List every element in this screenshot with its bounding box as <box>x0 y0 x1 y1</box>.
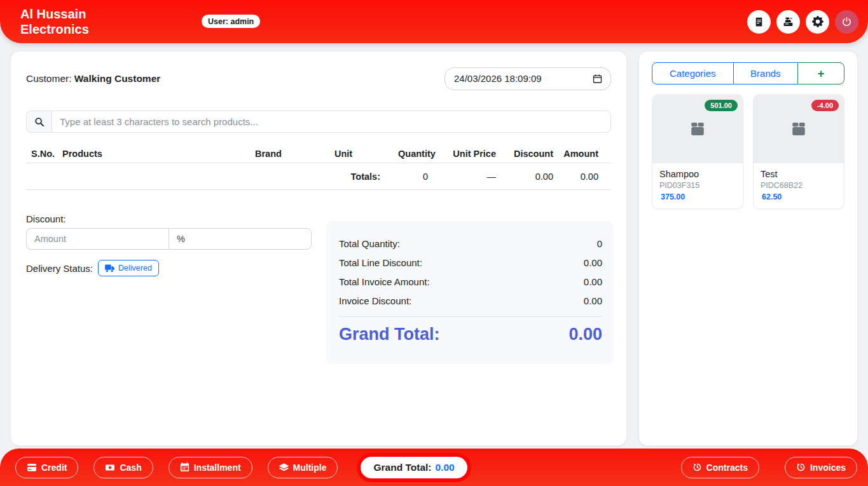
tab-brands[interactable]: Brands <box>733 62 799 84</box>
product-info: Test PIDC68B22 62.50 <box>754 163 844 208</box>
product-image-area: -4.00 <box>754 95 844 163</box>
search-icon <box>34 117 45 127</box>
calendar-icon <box>180 462 189 472</box>
grand-total-row: Grand Total: 0.00 <box>339 325 602 344</box>
discount-percent-input[interactable] <box>169 228 312 250</box>
stock-badge: 501.00 <box>705 100 738 111</box>
history-icon <box>796 462 806 472</box>
total-invoice-amount-value: 0.00 <box>584 276 602 287</box>
catalog-panel: Categories Brands + 501.00 Sha <box>638 51 858 446</box>
grand-total-value: 0.00 <box>568 325 602 344</box>
history-icon <box>692 462 702 472</box>
totals-unit-price: — <box>433 172 501 182</box>
invoices-button[interactable]: Invoices <box>785 457 857 478</box>
product-search-input[interactable] <box>52 111 611 133</box>
credit-button[interactable]: Credit <box>15 457 78 478</box>
total-invoice-amount-label: Total Invoice Amount: <box>339 276 430 287</box>
summary-row: Total Quantity: 0 <box>339 234 602 253</box>
col-sno: S.No. <box>26 149 57 159</box>
calendar-picker-icon[interactable] <box>593 74 602 84</box>
customer-label: Customer: <box>26 73 72 84</box>
cash-register-button[interactable] <box>776 10 800 34</box>
footer-grand-total-value: 0.00 <box>435 462 454 473</box>
invoice-summary: Total Quantity: 0 Total Line Discount: 0… <box>326 221 614 364</box>
credit-card-icon <box>27 463 37 472</box>
product-card-test[interactable]: -4.00 Test PIDC68B22 62.50 <box>753 94 844 209</box>
invoice-datetime-input[interactable] <box>444 67 611 90</box>
settings-gear-icon <box>812 16 823 27</box>
product-price: 375.00 <box>659 192 736 201</box>
summary-row: Total Invoice Amount: 0.00 <box>339 272 602 291</box>
receipt-button[interactable] <box>747 10 771 34</box>
main-content: Customer: Walking Customer <box>10 51 858 446</box>
col-quantity: Quantity <box>393 149 433 159</box>
totals-quantity: 0 <box>393 172 433 182</box>
col-brand: Brand <box>250 149 329 159</box>
installment-button[interactable]: Installment <box>169 457 252 478</box>
summary-row: Total Line Discount: 0.00 <box>339 253 602 272</box>
col-products: Products <box>57 149 250 159</box>
summary-divider <box>339 316 602 317</box>
customer-row: Customer: Walking Customer <box>26 67 611 90</box>
invoices-button-label: Invoices <box>810 462 846 473</box>
totals-label: Totals: <box>329 172 393 182</box>
product-info: Shampoo PID03F315 375.00 <box>652 163 743 208</box>
action-footer: Credit Cash Installment <box>0 449 868 486</box>
totals-row: Totals: 0 — 0.00 0.00 <box>26 163 611 190</box>
col-discount: Discount <box>501 149 558 159</box>
catalog-tab-group: Categories Brands + <box>652 62 844 84</box>
box-icon <box>688 119 707 138</box>
history-button-group: Contracts Invoices <box>681 457 857 478</box>
customer-name: Walking Customer <box>74 73 161 84</box>
total-line-discount-value: 0.00 <box>584 257 602 268</box>
footer-grand-total-label: Grand Total: <box>373 462 431 473</box>
receipt-icon <box>754 17 764 27</box>
contracts-button-label: Contracts <box>706 462 748 473</box>
cash-button[interactable]: Cash <box>93 457 153 478</box>
user-badge: User: admin <box>202 15 260 28</box>
product-card-shampoo[interactable]: 501.00 Shampoo PID03F315 375.00 <box>652 94 743 209</box>
product-pid: PIDC68B22 <box>761 181 837 190</box>
installment-button-label: Installment <box>194 462 241 473</box>
invoice-date-wrap <box>444 67 611 90</box>
search-addon <box>26 111 52 133</box>
credit-button-label: Credit <box>41 462 67 473</box>
products-table: S.No. Products Brand Unit Quantity Unit … <box>26 145 611 190</box>
layers-icon <box>279 462 289 472</box>
grand-total-label: Grand Total: <box>339 325 440 344</box>
tab-categories[interactable]: Categories <box>652 62 734 84</box>
truck-icon <box>105 264 114 273</box>
invoice-discount-value: 0.00 <box>584 295 602 306</box>
totals-amount: 0.00 <box>558 172 611 182</box>
total-quantity-label: Total Quantity: <box>339 238 400 249</box>
col-amount: Amount <box>558 149 611 159</box>
cash-register-icon <box>783 17 794 27</box>
stock-badge: -4.00 <box>811 100 839 111</box>
multiple-button[interactable]: Multiple <box>268 457 338 478</box>
multiple-button-label: Multiple <box>293 462 327 473</box>
col-unit: Unit <box>329 149 393 159</box>
power-icon <box>841 17 852 27</box>
products-table-header: S.No. Products Brand Unit Quantity Unit … <box>26 145 611 163</box>
summary-row: Invoice Discount: 0.00 <box>339 291 602 310</box>
contracts-button[interactable]: Contracts <box>681 457 759 478</box>
discount-amount-input[interactable] <box>26 228 169 250</box>
header-icon-group <box>747 10 858 34</box>
footer-grand-total[interactable]: Grand Total: 0.00 <box>361 457 467 478</box>
add-product-button[interactable]: + <box>797 62 844 84</box>
logout-button[interactable] <box>835 10 858 34</box>
app-header: Al Hussain Electronics User: admin <box>0 0 868 43</box>
product-name: Shampoo <box>659 169 736 179</box>
settings-button[interactable] <box>806 10 829 34</box>
brand-line1: Al Hussain <box>20 6 89 22</box>
product-search-group <box>26 111 611 133</box>
box-icon <box>789 119 808 138</box>
invoice-discount-label: Invoice Discount: <box>339 295 411 306</box>
total-line-discount-label: Total Line Discount: <box>339 257 422 268</box>
cash-button-label: Cash <box>120 462 141 473</box>
total-quantity-value: 0 <box>597 238 602 249</box>
brand-logo: Al Hussain Electronics <box>20 6 89 37</box>
product-pid: PID03F315 <box>659 181 736 190</box>
delivered-button[interactable]: Delivered <box>98 260 159 276</box>
product-price: 62.50 <box>761 192 837 201</box>
